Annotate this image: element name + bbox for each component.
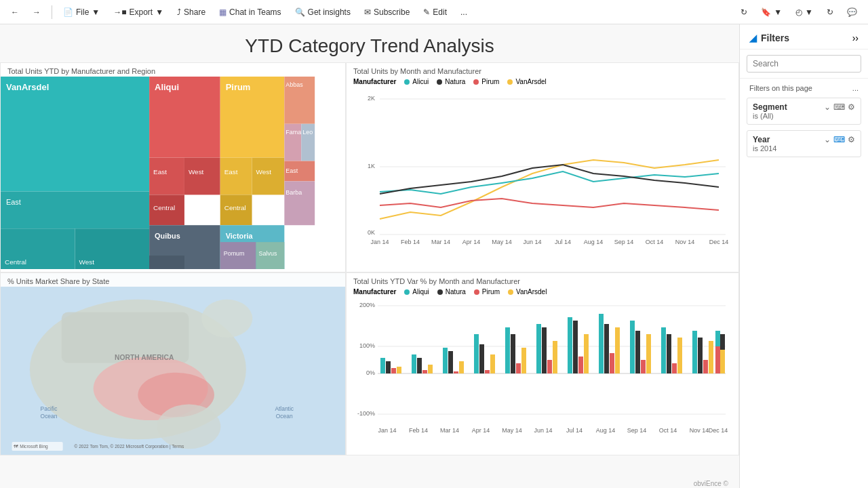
treemap-label-pirum: Pirum	[226, 82, 251, 92]
treemap-label-aliqui: Aliqui	[155, 82, 179, 92]
filters-collapse-button[interactable]: ››	[852, 33, 859, 43]
line-chart-legend: Manufacturer Alicui Natura Pirum	[347, 77, 738, 87]
treemap-cell-aliqui-west[interactable]	[184, 158, 220, 195]
bar-legend-item-natura: Natura	[437, 288, 466, 296]
svg-rect-83	[672, 363, 677, 373]
content-area: YTD Category Trend Analysis Total Units …	[0, 24, 739, 488]
bar-legend-label-aliqui: Aliqui	[412, 288, 429, 296]
treemap-cell-aliqui-east[interactable]	[149, 158, 184, 195]
treemap-label-vanarsdel-west: West	[79, 258, 95, 266]
svg-rect-51	[422, 370, 427, 373]
nav-forward-icon: →	[33, 7, 41, 17]
svg-rect-86	[698, 338, 703, 373]
svg-text:100%: 100%	[359, 342, 375, 349]
bar-legend-dot-vanarsdel	[508, 289, 513, 295]
charts-grid: Total Units YTD by Manufacturer and Regi…	[0, 62, 739, 479]
subscribe-label: Subscribe	[374, 7, 410, 17]
svg-rect-92	[720, 350, 725, 373]
svg-rect-45	[380, 358, 385, 373]
svg-text:Jan 14: Jan 14	[370, 239, 389, 245]
treemap-cell-vanarsdel[interactable]	[1, 77, 149, 191]
treemap-cell-pirum-west[interactable]	[252, 158, 285, 195]
line-pirum	[380, 199, 719, 210]
subscribe-button[interactable]: ✉ Subscribe	[359, 5, 415, 20]
reload-button[interactable]: ↻	[821, 5, 839, 20]
svg-text:Oct 14: Oct 14	[646, 239, 664, 245]
svg-text:Jun 14: Jun 14	[534, 427, 552, 434]
nav-forward-button[interactable]: →	[27, 5, 46, 20]
svg-text:Atlantic: Atlantic	[275, 405, 294, 412]
share-button[interactable]: ⤴ Share	[172, 5, 211, 20]
view-icon: ◴	[795, 7, 802, 17]
svg-rect-79	[641, 360, 646, 373]
svg-text:© 2022 Tom Tom, © 2022 Microso: © 2022 Tom Tom, © 2022 Microsoft Corpora…	[75, 444, 184, 449]
filter-funnel-icon: ◢	[749, 33, 757, 43]
treemap-cell-pirum-east[interactable]	[220, 158, 252, 195]
year-filter-eraser[interactable]: ⌨	[833, 135, 845, 144]
svg-rect-59	[485, 370, 490, 373]
svg-text:Feb 14: Feb 14	[409, 427, 428, 434]
more-button[interactable]: ...	[455, 5, 473, 20]
bar-chart-legend: Manufacturer Aliqui Natura Pirum	[347, 287, 738, 297]
filters-more-button[interactable]: ...	[852, 84, 859, 92]
bookmark-button[interactable]: 🔖 ▼	[755, 5, 787, 20]
refresh-icon: ↻	[741, 7, 747, 17]
file-label: File	[76, 7, 89, 17]
treemap-svg: VanArsdel East Central West Aliqui	[1, 77, 345, 269]
year-filter-card[interactable]: Year ⌄ ⌨ ⚙ is 2014	[747, 130, 861, 157]
share-icon: ⤴	[177, 7, 181, 17]
svg-text:Mar 14: Mar 14	[431, 239, 450, 245]
svg-rect-88	[709, 341, 713, 373]
refresh-button[interactable]: ↻	[735, 5, 753, 20]
treemap-label-barba: Barba	[285, 189, 302, 196]
svg-text:0%: 0%	[366, 369, 375, 376]
map-chart[interactable]: % Units Market Share by State	[0, 272, 346, 455]
treemap-label-leo: Leo	[302, 129, 313, 136]
share-label: Share	[184, 7, 205, 17]
svg-rect-87	[703, 360, 708, 373]
bar-legend-item-aliqui: Aliqui	[404, 288, 429, 296]
filters-panel: ◢ Filters ›› Filters on this page ... Se…	[739, 24, 868, 488]
reload-icon: ↻	[827, 7, 833, 17]
segment-filter-title: Segment	[753, 102, 787, 112]
nav-back-button[interactable]: ←	[5, 5, 24, 20]
filters-header-left: ◢ Filters	[749, 33, 789, 43]
export-button[interactable]: →■ Export ▼	[108, 5, 169, 20]
toolbar: ← → 📄 File ▼ →■ Export ▼ ⤴ Share ▦ Chat …	[0, 0, 868, 24]
comment-button[interactable]: 💬	[842, 5, 863, 20]
segment-filter-value: is (All)	[753, 112, 855, 120]
filters-search	[740, 49, 868, 79]
svg-text:Dec 14: Dec 14	[709, 239, 729, 245]
legend-item-vanarsdel: VanArsdel	[507, 78, 546, 85]
treemap-cell-vanarsdel-east[interactable]	[1, 191, 149, 228]
svg-text:Oct 14: Oct 14	[659, 427, 677, 434]
svg-text:200%: 200%	[359, 302, 375, 308]
view-button[interactable]: ◴ ▼	[790, 5, 818, 20]
segment-filter-card[interactable]: Segment ⌄ ⌨ ⚙ is (All)	[747, 98, 861, 125]
svg-rect-74	[604, 324, 609, 373]
bar-legend-item-pirum: Pirum	[474, 288, 500, 296]
svg-text:Apr 14: Apr 14	[462, 239, 481, 245]
file-button[interactable]: 📄 File ▼	[58, 5, 105, 20]
filters-on-page-label: Filters on this page	[749, 84, 812, 92]
treemap-cell-barba[interactable]	[284, 181, 315, 225]
segment-filter-chevron[interactable]: ⌄	[824, 102, 831, 112]
treemap-cell-quibus-east[interactable]	[149, 256, 184, 269]
line-chart[interactable]: Total Units by Month and Manufacturer Ma…	[346, 62, 739, 272]
year-filter-settings[interactable]: ⚙	[848, 135, 855, 144]
segment-filter-eraser[interactable]: ⌨	[833, 102, 845, 112]
svg-text:Apr 14: Apr 14	[472, 427, 490, 434]
chat-teams-button[interactable]: ▦ Chat in Teams	[214, 5, 286, 20]
treemap-label-pirum-west: West	[256, 168, 272, 176]
year-filter-chevron[interactable]: ⌄	[824, 135, 831, 144]
filters-search-input[interactable]	[747, 55, 861, 73]
segment-filter-header: Segment ⌄ ⌨ ⚙	[753, 102, 855, 112]
get-insights-button[interactable]: 🔍 Get insights	[290, 5, 356, 20]
svg-rect-53	[443, 348, 448, 373]
bar-chart[interactable]: Total Units YTD Var % by Month and Manuf…	[346, 272, 739, 455]
treemap-chart[interactable]: Total Units YTD by Manufacturer and Regi…	[0, 62, 346, 272]
svg-rect-52	[428, 365, 433, 373]
bar-legend-label-manufacturer: Manufacturer	[353, 288, 396, 296]
segment-filter-settings[interactable]: ⚙	[848, 102, 855, 112]
edit-button[interactable]: ✎ Edit	[418, 5, 452, 20]
